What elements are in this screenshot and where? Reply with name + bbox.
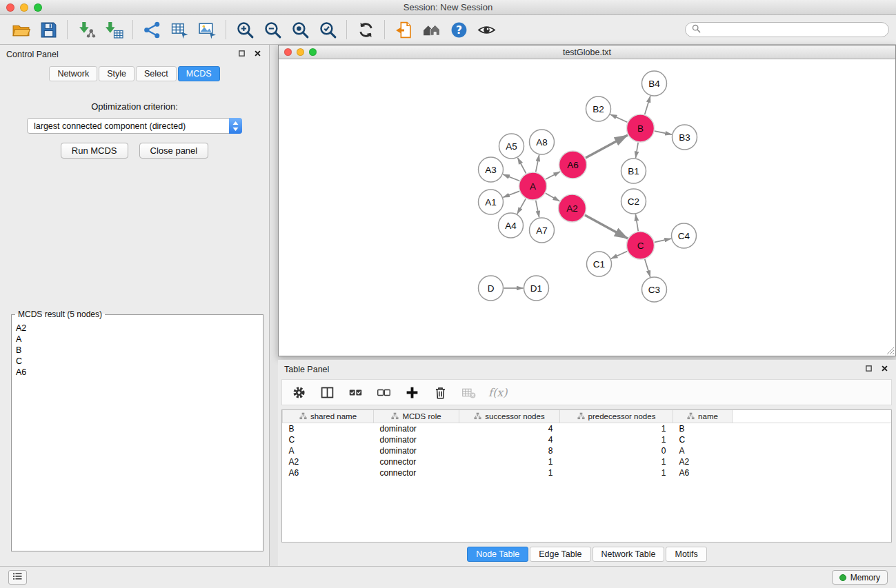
graph-node-A1[interactable]: A1 [479, 190, 504, 214]
tab-motifs[interactable]: Motifs [666, 547, 706, 562]
close-window-button[interactable] [6, 3, 14, 12]
graph-edge-A6-B[interactable] [586, 135, 628, 158]
graph-edge-A-A8[interactable] [536, 155, 539, 172]
copy-network-button[interactable] [390, 17, 417, 42]
graph-edge-C-C3[interactable] [645, 259, 650, 277]
home-button[interactable] [417, 17, 445, 42]
graph-edge-A-A5[interactable] [518, 158, 526, 174]
show-panel-menu-button[interactable] [8, 570, 27, 585]
graph-edge-A-A7[interactable] [536, 201, 539, 218]
table-panel-close-button[interactable] [879, 364, 890, 375]
table-row[interactable]: A6connector11A6 [283, 467, 892, 478]
close-mcds-panel-button[interactable]: Close panel [139, 143, 209, 159]
tab-select[interactable]: Select [136, 66, 177, 81]
graph-node-D1[interactable]: D1 [524, 276, 549, 301]
column-header-predecessor-nodes[interactable]: predecessor nodes [560, 410, 673, 423]
graph-node-B3[interactable]: B3 [673, 125, 697, 150]
network-graph[interactable]: A5A8A3A1A4A7AA6A2B2B4BB3B1C2CC4C1C3DD1 [279, 59, 895, 356]
new-network-button[interactable] [138, 17, 166, 42]
graph-node-A2[interactable]: A2 [559, 194, 586, 222]
graph-node-A4[interactable]: A4 [499, 213, 524, 238]
table-row[interactable]: Adominator80A [283, 445, 892, 456]
zoom-selected-button[interactable] [314, 17, 341, 42]
show-graphics-details-button[interactable] [472, 17, 500, 42]
export-image-button[interactable] [193, 17, 221, 42]
select-all-rows-button[interactable] [347, 383, 364, 401]
zoom-in-button[interactable] [231, 17, 259, 42]
import-table-button[interactable] [100, 17, 128, 42]
network-window-titlebar[interactable]: testGlobe.txt [279, 45, 895, 59]
graph-node-C4[interactable]: C4 [672, 223, 697, 248]
search-input[interactable] [705, 25, 882, 34]
graph-node-A5[interactable]: A5 [499, 134, 524, 159]
graph-edge-B-B3[interactable] [655, 131, 672, 134]
result-item[interactable]: A [16, 334, 259, 345]
result-item[interactable]: B [16, 345, 259, 356]
column-header-MCDS-role[interactable]: MCDS role [374, 410, 459, 423]
graph-node-B2[interactable]: B2 [586, 97, 611, 121]
graph-node-C2[interactable]: C2 [621, 189, 646, 214]
tab-edge-table[interactable]: Edge Table [530, 547, 590, 562]
graph-edge-C-C1[interactable] [611, 252, 628, 259]
graph-edge-A-A3[interactable] [503, 174, 519, 181]
tab-node-table[interactable]: Node Table [467, 547, 528, 562]
table-row[interactable]: A2connector11A2 [283, 456, 892, 467]
graph-node-A6[interactable]: A6 [559, 151, 587, 179]
graph-edge-B-B1[interactable] [636, 143, 639, 159]
deselect-all-rows-button[interactable] [375, 383, 392, 401]
graph-node-C3[interactable]: C3 [642, 277, 667, 302]
graph-edge-A-A2[interactable] [546, 193, 559, 201]
graph-node-C[interactable]: C [627, 232, 655, 259]
result-item[interactable]: A2 [16, 323, 259, 334]
add-column-button[interactable] [404, 383, 420, 401]
tab-network[interactable]: Network [49, 66, 97, 81]
graph-node-B1[interactable]: B1 [621, 159, 646, 183]
table-row[interactable]: Cdominator41C [283, 434, 892, 445]
resize-grip-icon[interactable] [886, 346, 895, 355]
network-close-button[interactable] [284, 48, 292, 56]
import-network-button[interactable] [72, 17, 100, 42]
graph-node-B4[interactable]: B4 [642, 71, 667, 96]
zoom-out-button[interactable] [259, 17, 286, 42]
control-panel-float-button[interactable] [236, 49, 247, 60]
function-builder-button[interactable]: f(x) [488, 383, 507, 401]
export-table-button[interactable] [166, 17, 193, 42]
graph-node-D[interactable]: D [479, 276, 504, 301]
save-session-button[interactable] [34, 17, 62, 42]
memory-button[interactable]: Memory [832, 570, 888, 585]
network-minimize-button[interactable] [297, 48, 304, 56]
graph-edge-A-A6[interactable] [546, 172, 560, 179]
delete-columns-button[interactable] [432, 383, 448, 401]
graph-node-B[interactable]: B [627, 114, 655, 142]
graph-node-C1[interactable]: C1 [587, 252, 612, 276]
table-panel-float-button[interactable] [863, 364, 874, 375]
minimize-window-button[interactable] [20, 3, 28, 12]
graph-edge-A-A4[interactable] [517, 199, 526, 214]
tab-mcds[interactable]: MCDS [178, 66, 220, 81]
graph-edge-A2-C[interactable] [585, 215, 628, 239]
show-columns-button[interactable] [319, 383, 335, 401]
result-item[interactable]: A6 [16, 367, 259, 378]
open-file-button[interactable] [7, 17, 34, 42]
column-header-shared-name[interactable]: shared name [283, 410, 374, 423]
search-box[interactable] [685, 22, 889, 37]
network-zoom-button[interactable] [309, 48, 317, 56]
delete-table-button[interactable] [460, 383, 477, 401]
optimization-criterion-dropdown[interactable]: largest connected component (directed) [27, 118, 242, 134]
graph-edge-B-B4[interactable] [645, 96, 650, 114]
tab-network-table[interactable]: Network Table [593, 547, 665, 562]
apply-layout-button[interactable] [352, 17, 379, 42]
control-panel-close-button[interactable] [252, 49, 263, 60]
graph-edge-B-B2[interactable] [610, 114, 628, 122]
graph-node-A3[interactable]: A3 [479, 157, 504, 182]
zoom-window-button[interactable] [34, 3, 42, 12]
column-header-successor-nodes[interactable]: successor nodes [459, 410, 560, 423]
network-canvas[interactable]: A5A8A3A1A4A7AA6A2B2B4BB3B1C2CC4C1C3DD1 [279, 59, 895, 356]
run-mcds-button[interactable]: Run MCDS [61, 143, 128, 159]
graph-node-A[interactable]: A [519, 172, 547, 200]
result-item[interactable]: C [16, 356, 259, 367]
graph-edge-A-A1[interactable] [503, 191, 519, 197]
table-row[interactable]: Bdominator41B [283, 423, 892, 434]
graph-node-A8[interactable]: A8 [530, 130, 555, 154]
graph-edge-C-C4[interactable] [655, 239, 671, 242]
